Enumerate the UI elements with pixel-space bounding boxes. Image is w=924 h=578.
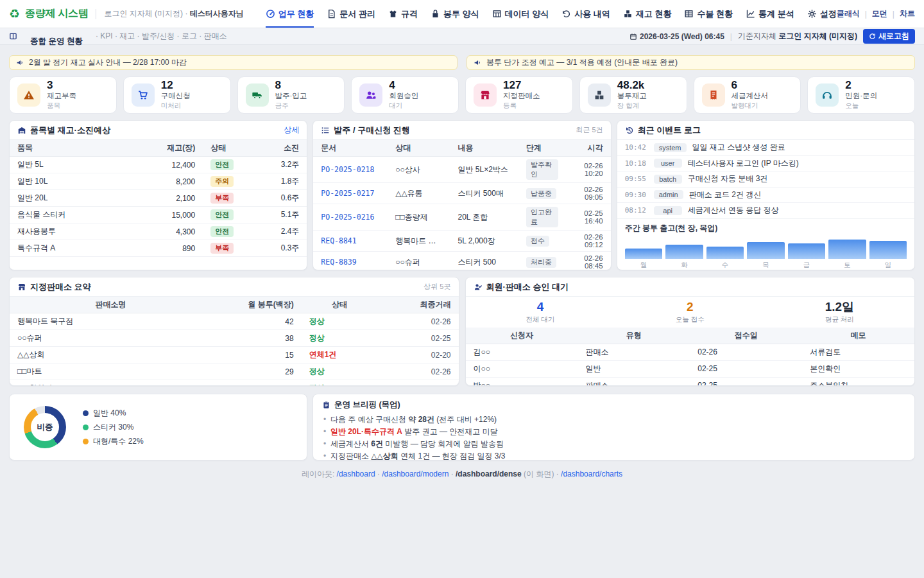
orders-panel: 발주 / 구매신청 진행 최근 5건 문서상대내용단계시각 PO-2025-02… <box>312 120 611 270</box>
kpi-label: 재고부족 <box>47 91 76 101</box>
bar-일 <box>869 241 907 259</box>
refresh-button[interactable]: 새로고침 <box>863 29 915 44</box>
receipt-icon <box>702 83 725 107</box>
layout-link-1[interactable]: 클래식 <box>837 8 860 19</box>
nav-item-5[interactable]: 데이터 양식 <box>492 0 549 28</box>
document-link[interactable]: REQ-8839 <box>321 258 356 267</box>
legend-item: 스티커 30% <box>83 422 144 433</box>
table-row: 김○○판매소02-26서류검토 <box>466 344 915 360</box>
store-monthly: 51 <box>212 380 302 387</box>
kpi-card-8[interactable]: 2민원·문의오늘 <box>807 76 915 114</box>
log-tag-badge: batch <box>654 175 682 184</box>
footer-layout-link[interactable]: /dashboard/modern <box>382 469 449 478</box>
log-tag-badge: system <box>654 143 687 152</box>
stage-badge: 접수 <box>526 236 549 247</box>
nav-item-10[interactable]: 설정 <box>807 0 837 28</box>
order-desc: 스티커 500매 <box>450 183 518 204</box>
nav-item-1[interactable]: 업무 현황 <box>266 0 314 28</box>
kpi-label: 발주·입고 <box>275 91 307 101</box>
legend-dot <box>83 410 89 416</box>
nav-item-4[interactable]: 봉투 양식 <box>431 0 479 28</box>
order-partner: ○○상사 <box>388 157 450 183</box>
kpi-card-4[interactable]: 4회원승인대기 <box>351 76 459 114</box>
column-header: 소진 <box>250 140 307 157</box>
columns-layout-icon <box>9 32 17 40</box>
kpi-card-1[interactable]: 3재고부족품목 <box>9 76 117 114</box>
panel-title-text: 품목별 재고·소진예상 <box>30 125 110 136</box>
table-row: ○○슈퍼38정상02-25 <box>10 330 459 347</box>
bar-chart-bars <box>625 239 907 259</box>
megaphone-icon <box>474 58 482 67</box>
log-row: 08:12api세금계산서 연동 응답 정상 <box>617 203 914 219</box>
item-stock: 890 <box>135 240 203 257</box>
column-header: 문서 <box>313 140 388 157</box>
nav-item-6[interactable]: 사용 내역 <box>561 0 610 28</box>
megaphone-icon <box>16 58 24 67</box>
kpi-card-3[interactable]: 8발주·입고금주 <box>237 76 345 114</box>
current-datetime: 2026-03-25 (Wed) 06:45 <box>629 32 724 41</box>
column-header: 상대 <box>388 140 450 157</box>
inventory-boxes-icon <box>623 9 633 19</box>
main-content: 2월 말 정기 재고 실사 안내 — 2/28 17:00 마감 봉투 단가 조… <box>0 45 924 480</box>
kpi-value: 3 <box>47 80 76 91</box>
order-time: 02-26 10:20 <box>566 157 611 183</box>
panels-row-3: 비중 일반 40%스티커 30%대형/특수 22% 운영 브리핑 (목업) 다음… <box>9 394 915 460</box>
approval-stat: 2오늘 접수 <box>615 301 765 324</box>
legend-label: 일반 40% <box>93 408 126 419</box>
order-desc: 스티커 500 <box>450 252 518 271</box>
refresh-icon <box>869 33 876 40</box>
order-time: 02-26 08:45 <box>566 252 611 271</box>
document-link[interactable]: PO-2025-0217 <box>321 189 374 198</box>
data-grid-icon <box>492 9 502 19</box>
item-stock: 2,100 <box>135 190 203 207</box>
store-monthly: 42 <box>212 313 302 330</box>
clipboard-icon <box>322 401 330 409</box>
store-last-trade: 02-25 <box>378 330 459 347</box>
headset-icon <box>816 83 839 107</box>
column-header: 내용 <box>450 140 518 157</box>
kpi-card-5[interactable]: 127지정판매소등록 <box>465 76 573 114</box>
applicant-type: 일반 <box>578 360 690 377</box>
legend-label: 스티커 30% <box>93 422 133 433</box>
subheader-right: 2026-03-25 (Wed) 06:45 | 기준지자체 로그인 지자체 (… <box>629 29 915 44</box>
ledger-table-icon <box>684 9 694 19</box>
donut-chart: 비중 <box>24 406 66 448</box>
layout-link-3[interactable]: 차트 <box>900 8 915 19</box>
order-desc: 5L 2,000장 <box>450 231 518 252</box>
item-burn-weeks: 2.4주 <box>250 223 307 240</box>
approvals-panel: 회원·판매소 승인 대기 4전체 대기2오늘 접수1.2일평균 처리 신청자유형… <box>465 277 916 386</box>
bar-label: 토 <box>828 261 866 270</box>
footer-layout-link[interactable]: /dashboard/charts <box>561 469 622 478</box>
document-link[interactable]: PO-2025-0216 <box>321 213 374 222</box>
bar-label: 수 <box>706 261 744 270</box>
document-link[interactable]: PO-2025-0218 <box>321 165 374 174</box>
app-root: ♻ 종량제 시스템 로그인 지자체 (미지정) · 테스터사용자님 업무 현황문… <box>0 0 924 480</box>
panel-header: 발주 / 구매신청 진행 최근 5건 <box>313 121 610 140</box>
kpi-card-7[interactable]: 6세금계산서발행대기 <box>694 76 801 114</box>
table-row: REQ-8839○○슈퍼스티커 500처리중02-26 08:45 <box>313 252 610 271</box>
nav-item-7[interactable]: 재고 현황 <box>623 0 672 28</box>
log-row: 09:30admin판매소 코드 2건 갱신 <box>617 188 914 204</box>
footer-current-layout: /dashboard/dense <box>456 469 522 478</box>
kpi-label: 민원·문의 <box>845 91 877 101</box>
store-status: 정상 <box>309 383 325 386</box>
stat-label: 전체 대기 <box>466 315 615 324</box>
log-text: 테스터사용자 로그인 (IP 마스킹) <box>688 158 799 169</box>
table-row: 일반 20L2,100부족0.6주 <box>10 190 307 207</box>
footer-layout-link[interactable]: /dashboard <box>337 469 375 478</box>
applicant-memo: 주소불일치 <box>802 377 914 386</box>
inventory-detail-link[interactable]: 상세 <box>284 125 299 136</box>
nav-item-8[interactable]: 수불 현황 <box>684 0 733 28</box>
stage-badge: 납품중 <box>526 188 556 199</box>
table-row: 행복마트 북구점42정상02-26 <box>10 313 459 330</box>
layout-link-2[interactable]: 모던 <box>872 8 887 19</box>
table-row: PO-2025-0216□□종량제20L 혼합입고완료02-25 16:40 <box>313 204 610 231</box>
document-link[interactable]: REQ-8841 <box>321 236 356 245</box>
kpi-card-6[interactable]: 48.2k봉투재고장 합계 <box>579 76 687 114</box>
nav-item-9[interactable]: 통계 분석 <box>746 0 794 28</box>
nav-item-2[interactable]: 문서 관리 <box>327 0 375 28</box>
nav-item-3[interactable]: 규격 <box>388 0 418 28</box>
main-nav: 업무 현황문서 관리규격봉투 양식데이터 양식사용 내역재고 현황수불 현황통계… <box>266 0 837 28</box>
divider: | <box>893 10 894 19</box>
kpi-card-2[interactable]: 12구매신청미처리 <box>123 76 231 114</box>
